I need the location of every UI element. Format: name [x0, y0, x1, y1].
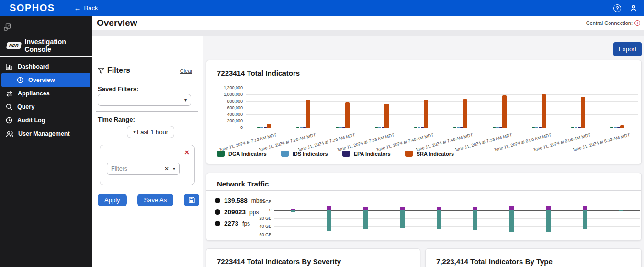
save-filter-button[interactable]: [184, 194, 199, 206]
sidebar-item-query[interactable]: Query: [0, 100, 92, 114]
y-axis-tick: 0: [214, 125, 243, 130]
gridline: [246, 114, 638, 115]
network-traffic-chart: 20 GB020 GB40 GB60 GB: [206, 173, 642, 241]
legend-swatch: [217, 151, 225, 157]
save-as-button[interactable]: Save As: [137, 194, 174, 206]
bar: [378, 127, 381, 128]
sidebar-item-overview[interactable]: Overview: [1, 73, 90, 87]
y-axis-tick: 800,000: [214, 99, 243, 104]
top-bar: SOPHOS ← Back ?: [0, 0, 644, 16]
bar: [546, 210, 551, 232]
y-axis-tick: 20 GB: [243, 199, 271, 204]
apply-button[interactable]: Apply: [98, 194, 127, 206]
bar: [496, 127, 499, 128]
saved-filters-label: Saved Filters:: [98, 85, 138, 93]
legend-label: SRA Indicators: [417, 151, 454, 157]
total-indicators-card: 7223414 Total Indicators 0200,000400,000…: [206, 60, 642, 164]
bar: [384, 104, 389, 128]
bar: [575, 127, 577, 128]
collapse-panel-icon[interactable]: [4, 23, 11, 33]
bar: [571, 127, 574, 128]
divider: [96, 81, 198, 81]
warning-icon[interactable]: !: [634, 20, 640, 26]
sidebar-item-user-management[interactable]: User Management: [0, 127, 92, 140]
horizontal-scrollbar[interactable]: [92, 30, 644, 36]
bar: [509, 210, 514, 232]
legend-swatch: [281, 151, 289, 157]
gridline: [246, 128, 638, 128]
y-axis-tick: 1,000,000: [214, 92, 243, 97]
chart-legend: DGA IndicatorsIDS IndicatorsEPA Indicato…: [217, 151, 454, 157]
y-axis-tick: 40 GB: [243, 224, 271, 229]
bar: [502, 95, 507, 128]
search-icon: [6, 104, 12, 110]
legend-label: DGA Indicators: [228, 151, 267, 157]
bar-chart-icon: [6, 63, 13, 70]
help-icon[interactable]: ?: [613, 4, 621, 12]
export-button[interactable]: Export: [613, 42, 642, 56]
divider: [96, 142, 198, 142]
gridline: [274, 202, 640, 202]
bar: [306, 100, 310, 128]
product-header: NDR Investigation Console: [7, 38, 92, 53]
bar: [453, 127, 456, 128]
legend-item-ids-indicators: IDS Indicators: [281, 151, 328, 157]
time-range-label: Time Range:: [98, 116, 135, 123]
bar: [532, 127, 535, 128]
gridline: [246, 108, 638, 108]
bar: [296, 127, 299, 128]
remove-filter-icon[interactable]: ✕: [184, 149, 190, 156]
bar: [345, 102, 350, 128]
bar: [610, 127, 613, 128]
bar: [267, 124, 271, 128]
time-range-select[interactable]: ▾ Last 1 hour: [127, 126, 174, 138]
bar: [463, 99, 467, 128]
legend-item-epa-indicators: EPA Indicators: [342, 151, 391, 157]
ndr-badge: NDR: [6, 42, 21, 49]
filter-group-box: ✕ Filters ✕ ▾: [100, 145, 195, 185]
sophos-logo: SOPHOS: [10, 2, 55, 13]
legend-swatch: [405, 151, 413, 157]
user-account-icon[interactable]: [630, 4, 637, 12]
bar: [620, 125, 624, 128]
back-arrow-icon: ←: [74, 4, 81, 12]
sidebar-item-dashboard[interactable]: Dashboard: [0, 60, 92, 73]
app-root: SOPHOS ← Back ? NDR Investigation Consol…: [0, 0, 644, 267]
indicators-by-type-card: 7,223,414 Total Indicators By Type: [425, 248, 642, 267]
total-indicators-chart: 0200,000400,000600,000800,0001,000,0001,…: [206, 60, 642, 165]
gridline: [246, 88, 638, 88]
bar: [581, 97, 585, 128]
gridline: [246, 101, 638, 102]
bar: [493, 127, 496, 128]
bar: [418, 127, 420, 128]
bar: [291, 210, 295, 212]
clear-selection-icon[interactable]: ✕: [164, 165, 169, 172]
gridline: [246, 121, 638, 121]
network-traffic-card: Network Traffic 139.588mbps209023pps2273…: [206, 173, 642, 241]
bar: [327, 206, 331, 210]
clear-filters-link[interactable]: Clear: [180, 68, 192, 74]
bar: [257, 127, 260, 128]
sidebar-menu: Dashboard Overview Appliances Query Audi…: [0, 60, 92, 140]
back-button[interactable]: ← Back: [74, 4, 98, 12]
bar: [363, 207, 368, 210]
y-axis-tick: 20 GB: [243, 216, 271, 221]
sidebar-item-audit-log[interactable]: Audit Log: [0, 114, 92, 127]
bar: [375, 127, 378, 128]
indicators-by-severity-title: 7223414 Total Indicators By Severity: [217, 257, 341, 266]
back-label: Back: [84, 4, 98, 12]
bar: [583, 210, 587, 229]
sidebar-item-appliances[interactable]: Appliances: [0, 87, 92, 100]
bar: [327, 210, 331, 231]
legend-label: IDS Indicators: [293, 151, 328, 157]
gridline: [246, 94, 638, 95]
bar: [535, 127, 538, 128]
product-name: Investigation Console: [25, 38, 92, 53]
divider: [96, 111, 198, 112]
filter-placeholder: Filters: [111, 165, 164, 172]
filter-type-select[interactable]: Filters ✕ ▾: [107, 163, 180, 175]
bar: [509, 206, 514, 210]
bar: [619, 210, 623, 211]
indicators-by-type-title: 7,223,414 Total Indicators By Type: [436, 257, 553, 266]
saved-filters-select[interactable]: ▾: [98, 94, 191, 106]
